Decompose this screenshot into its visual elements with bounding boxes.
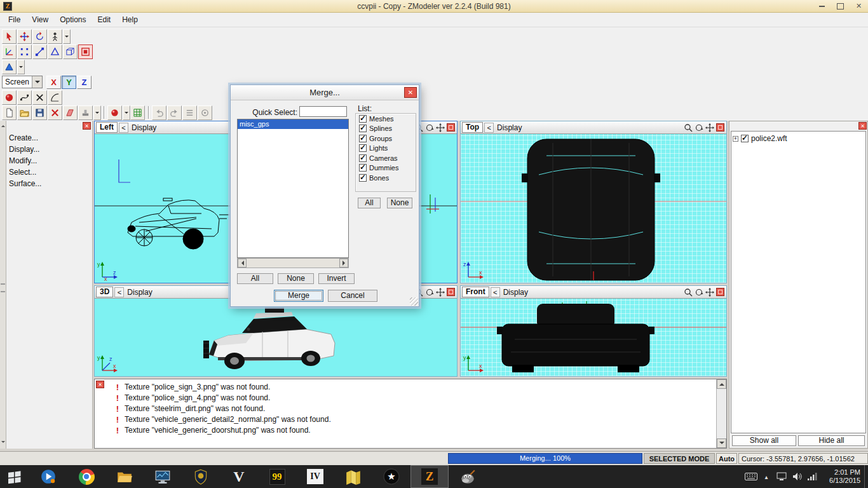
display-tray-icon[interactable] bbox=[774, 465, 789, 488]
bones-checkbox[interactable] bbox=[359, 174, 367, 182]
viewport-back-button[interactable]: < bbox=[119, 123, 128, 133]
pan-icon[interactable] bbox=[435, 123, 445, 133]
viewport-display-menu[interactable]: Display bbox=[132, 123, 156, 132]
close-icon[interactable] bbox=[850, 0, 868, 12]
maximize-viewport-icon[interactable] bbox=[447, 123, 455, 132]
maximize-viewport-icon[interactable] bbox=[716, 123, 724, 132]
menu-options[interactable]: Options bbox=[54, 13, 92, 26]
viewport-display-menu[interactable]: Display bbox=[497, 123, 522, 132]
measure-icon[interactable] bbox=[48, 90, 62, 105]
maximize-viewport-icon[interactable] bbox=[716, 288, 724, 296]
star-badge-icon[interactable]: ★ bbox=[372, 465, 410, 488]
quick-select-input[interactable] bbox=[299, 106, 347, 117]
render-dropdown-icon[interactable] bbox=[123, 105, 130, 120]
import-icon[interactable] bbox=[78, 105, 93, 120]
spline-icon[interactable] bbox=[17, 90, 32, 105]
gimp-icon[interactable] bbox=[449, 465, 487, 488]
types-all-button[interactable]: All bbox=[358, 198, 381, 208]
animate-person-icon[interactable] bbox=[48, 29, 62, 44]
cone-dropdown-icon[interactable] bbox=[17, 60, 25, 74]
mesh-icon[interactable] bbox=[63, 44, 78, 59]
rotate-icon[interactable] bbox=[32, 29, 47, 44]
menu-view[interactable]: View bbox=[26, 13, 54, 26]
types-none-button[interactable]: None bbox=[387, 198, 412, 208]
scroll-down-icon[interactable] bbox=[717, 438, 726, 448]
screen-space-combo[interactable]: Screen bbox=[2, 76, 43, 88]
viewport-display-menu[interactable]: Display bbox=[503, 288, 528, 297]
dialog-close-icon[interactable] bbox=[404, 87, 417, 98]
menu-edit[interactable]: Edit bbox=[92, 13, 117, 26]
viewport-back-button[interactable]: < bbox=[491, 287, 500, 297]
open-file-icon[interactable] bbox=[17, 105, 32, 120]
edges-icon[interactable] bbox=[32, 44, 47, 59]
zmodeler-taskbar-icon[interactable]: Z bbox=[410, 465, 449, 488]
pan-icon[interactable] bbox=[435, 287, 445, 297]
lights-checkbox[interactable] bbox=[359, 144, 367, 152]
viewport-front-label[interactable]: Front bbox=[462, 287, 489, 297]
police-badge-icon[interactable] bbox=[182, 465, 220, 488]
zoom-icon[interactable] bbox=[682, 123, 693, 133]
viewport-display-menu[interactable]: Display bbox=[127, 288, 152, 297]
meshes-checkbox[interactable] bbox=[359, 115, 367, 123]
delete-x-icon[interactable] bbox=[32, 90, 47, 105]
viewport-3d-label[interactable]: 3D bbox=[96, 287, 113, 297]
select-invert-button[interactable]: Invert bbox=[318, 273, 355, 284]
axis-x-button[interactable]: X bbox=[46, 76, 61, 89]
type-row-bones[interactable]: Bones bbox=[356, 173, 416, 183]
hide-all-button[interactable]: Hide all bbox=[798, 435, 865, 446]
resize-grip[interactable] bbox=[410, 297, 418, 306]
toolbar-dropdown-icon[interactable] bbox=[63, 29, 71, 44]
viewport-left-label[interactable]: Left bbox=[96, 122, 118, 133]
close-sidebar-icon[interactable] bbox=[83, 122, 91, 130]
minimize-icon[interactable] bbox=[813, 0, 831, 12]
scroll-right-icon[interactable] bbox=[339, 259, 348, 268]
log-list-icon[interactable] bbox=[182, 105, 197, 120]
start-button[interactable] bbox=[0, 465, 29, 488]
render-ball-icon[interactable] bbox=[107, 105, 122, 120]
tree-row-police2[interactable]: police2.wft bbox=[733, 134, 864, 143]
polygons-icon[interactable] bbox=[48, 44, 62, 59]
chevron-down-icon[interactable] bbox=[32, 76, 42, 88]
monitor-app-icon[interactable] bbox=[144, 465, 182, 488]
viewport-back-button[interactable]: < bbox=[484, 123, 494, 133]
type-row-dummies[interactable]: Dummies bbox=[356, 163, 416, 173]
file-explorer-icon[interactable] bbox=[105, 465, 144, 488]
log-scrollbar[interactable] bbox=[716, 379, 726, 448]
scene-tree[interactable]: police2.wft bbox=[731, 131, 866, 433]
expand-icon[interactable] bbox=[733, 136, 738, 142]
gta-iv-icon[interactable]: IV bbox=[296, 465, 334, 488]
sidebar-item-select[interactable]: Select... bbox=[6, 166, 92, 178]
keyboard-tray-icon[interactable] bbox=[743, 465, 759, 488]
sidebar-item-modify[interactable]: Modify... bbox=[6, 155, 92, 166]
viewport-3d-canvas[interactable]: y x z bbox=[95, 299, 457, 376]
delete-icon[interactable] bbox=[48, 105, 62, 120]
visibility-checkbox[interactable] bbox=[741, 135, 749, 142]
undo-icon[interactable] bbox=[152, 105, 166, 120]
viewport-front-canvas[interactable]: y x bbox=[461, 299, 726, 376]
cone-icon[interactable] bbox=[2, 60, 17, 74]
type-row-groups[interactable]: Groups bbox=[356, 133, 416, 144]
auto-toggle[interactable]: Auto bbox=[716, 453, 737, 464]
material-sphere-icon[interactable] bbox=[2, 90, 17, 105]
dummies-checkbox[interactable] bbox=[359, 164, 367, 172]
menu-file[interactable]: File bbox=[3, 13, 26, 26]
select-none-button[interactable]: None bbox=[278, 273, 314, 284]
cameras-checkbox[interactable] bbox=[359, 154, 367, 162]
cancel-button[interactable]: Cancel bbox=[328, 290, 377, 302]
orbit-icon[interactable] bbox=[424, 287, 435, 297]
menu-help[interactable]: Help bbox=[116, 13, 144, 26]
axis-y-button[interactable]: Y bbox=[62, 76, 76, 89]
sidebar-item-create[interactable]: Create... bbox=[6, 132, 92, 144]
orbit-icon[interactable] bbox=[424, 123, 435, 133]
objects-mode-icon[interactable] bbox=[78, 44, 93, 59]
sidebar-item-surface[interactable]: Surface... bbox=[6, 178, 92, 189]
viewport-back-button[interactable]: < bbox=[114, 287, 124, 297]
map-app-icon[interactable] bbox=[334, 465, 372, 488]
sidebar-item-display[interactable]: Display... bbox=[6, 144, 92, 155]
show-all-button[interactable]: Show all bbox=[732, 435, 796, 446]
close-panel-icon[interactable] bbox=[858, 122, 867, 130]
settings-icon[interactable] bbox=[198, 105, 212, 120]
texture-grid-icon[interactable] bbox=[130, 105, 145, 120]
viewport-top-label[interactable]: Top bbox=[462, 122, 483, 133]
vertices-icon[interactable] bbox=[17, 44, 32, 59]
